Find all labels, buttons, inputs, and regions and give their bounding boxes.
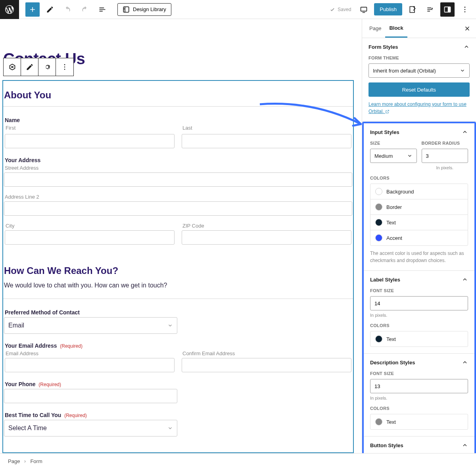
- design-library-button[interactable]: Design Library: [117, 3, 171, 16]
- edit-page-icon: [409, 6, 416, 13]
- label-colors-list: Text: [370, 331, 468, 347]
- check-icon: [330, 7, 335, 12]
- pencil-icon: [26, 63, 34, 71]
- label-font-size-hint: In pixels.: [370, 313, 468, 318]
- color-row-text[interactable]: Text: [370, 215, 468, 230]
- button-styles-header[interactable]: Button Styles: [364, 436, 474, 453]
- phone-input[interactable]: [4, 389, 177, 403]
- tab-page[interactable]: Page: [365, 19, 385, 38]
- chevron-down-icon: [460, 68, 465, 73]
- preferred-select[interactable]: Email: [4, 317, 177, 334]
- svg-point-10: [64, 69, 65, 70]
- color-row-accent[interactable]: Accent: [370, 230, 468, 245]
- label-colors-label: COLORS: [370, 323, 468, 328]
- city-input[interactable]: [5, 230, 175, 245]
- border-radius-input[interactable]: [422, 149, 468, 163]
- block-more-button[interactable]: [56, 58, 73, 76]
- reset-defaults-button[interactable]: Reset Defaults: [369, 82, 470, 97]
- wp-logo[interactable]: [0, 0, 19, 19]
- tools-button[interactable]: [43, 2, 57, 17]
- line2-input[interactable]: [4, 201, 352, 216]
- input-styles-header[interactable]: Input Styles: [364, 123, 474, 141]
- wordpress-icon: [4, 4, 15, 15]
- swatch-icon: [375, 234, 382, 241]
- label-styles-panel: Label Styles FONT SIZE In pixels. COLORS…: [364, 271, 474, 354]
- divider: [3, 299, 353, 299]
- undo-button[interactable]: [60, 2, 75, 17]
- address-label: Your Address: [4, 157, 352, 163]
- settings-sidebar-button[interactable]: [440, 2, 455, 17]
- gravity-icon: [426, 6, 434, 13]
- chevron-down-icon: [167, 425, 173, 431]
- svg-point-7: [464, 11, 466, 12]
- email-confirm-sublabel: Confirm Email Address: [182, 350, 351, 356]
- description-styles-header[interactable]: Description Styles: [364, 354, 474, 371]
- preview-options-button[interactable]: [405, 2, 420, 17]
- border-radius-label: BORDER RADIUS: [422, 141, 468, 145]
- undo-icon: [63, 6, 71, 13]
- form-theme-select[interactable]: Inherit from default (Orbital): [369, 63, 470, 78]
- redo-button[interactable]: [78, 2, 92, 17]
- highlighted-panels: Input Styles SIZE Medium BORDE: [362, 122, 476, 453]
- sidebar-icon: [443, 6, 451, 13]
- label-styles-header[interactable]: Label Styles: [364, 271, 474, 288]
- desc-colors-label: COLORS: [370, 406, 468, 411]
- block-type-button[interactable]: [4, 58, 21, 76]
- swatch-icon: [375, 418, 382, 425]
- colors-label: COLORS: [370, 176, 468, 180]
- gravity-sidebar-button[interactable]: [423, 2, 437, 17]
- learn-more-link[interactable]: Learn more about configuring your form t…: [369, 101, 470, 115]
- last-name-input[interactable]: [182, 134, 351, 148]
- sidebar-tabs: Page Block: [362, 19, 476, 38]
- best-time-select[interactable]: Select A Time: [4, 420, 177, 436]
- section-heading-about: About You: [3, 90, 353, 106]
- chevron-up-icon: [462, 276, 468, 283]
- email-label: Your Email Address (Required): [4, 343, 352, 349]
- pencil-icon: [46, 6, 54, 13]
- first-name-input[interactable]: [5, 134, 175, 148]
- add-block-button[interactable]: [25, 2, 40, 17]
- tab-block[interactable]: Block: [385, 19, 407, 38]
- form-styles-header[interactable]: Form Styles: [362, 38, 476, 56]
- block-toolbar: [3, 58, 74, 76]
- color-row-background[interactable]: Background: [370, 184, 468, 199]
- size-select[interactable]: Medium: [370, 149, 417, 163]
- street-sublabel: Street Address: [4, 165, 352, 171]
- button-styles-panel: Button Styles COLORS Background Text: [364, 436, 474, 453]
- email-confirm-input[interactable]: [182, 358, 351, 372]
- desc-font-size-input[interactable]: [370, 379, 468, 393]
- sidebar-close-button[interactable]: [462, 23, 473, 34]
- color-row-label-text[interactable]: Text: [370, 331, 468, 346]
- input-colors-list: Background Border Text Accent: [370, 184, 468, 246]
- color-row-desc-text[interactable]: Text: [370, 414, 468, 429]
- design-library-label: Design Library: [133, 6, 166, 12]
- street-input[interactable]: [4, 172, 352, 187]
- swatch-icon: [375, 188, 382, 195]
- document-overview-button[interactable]: [95, 2, 109, 17]
- email-input[interactable]: [5, 358, 175, 372]
- more-options-button[interactable]: [458, 2, 472, 17]
- desc-font-size-hint: In pixels.: [370, 396, 468, 400]
- publish-button[interactable]: Publish: [374, 3, 402, 15]
- swatch-icon: [375, 335, 382, 343]
- best-time-label: Best Time to Call You (Required): [4, 412, 177, 418]
- view-button[interactable]: [357, 2, 371, 17]
- label-font-size-input[interactable]: [370, 296, 468, 310]
- desktop-icon: [360, 6, 368, 13]
- zip-input[interactable]: [182, 230, 351, 245]
- color-row-border[interactable]: Border: [370, 199, 468, 215]
- email-sublabel: Email Address: [5, 350, 175, 356]
- breadcrumb-page[interactable]: Page: [8, 458, 20, 464]
- reach-body: We would love to chat with you. How can …: [3, 282, 353, 289]
- editor-topbar: Design Library Saved Publish: [0, 0, 476, 19]
- form-block[interactable]: About You Name First Last: [2, 80, 354, 453]
- block-edit-button[interactable]: [21, 58, 38, 76]
- chevron-up-icon: [463, 44, 470, 50]
- breadcrumb-form[interactable]: Form: [30, 458, 42, 464]
- border-radius-hint: In pixels.: [422, 165, 468, 170]
- block-settings-button[interactable]: [38, 58, 56, 76]
- form-styles-panel: Form Styles FORM THEME Inherit from defa…: [362, 38, 476, 122]
- svg-rect-0: [123, 7, 129, 12]
- chevron-up-icon: [462, 129, 468, 135]
- svg-rect-4: [448, 7, 451, 12]
